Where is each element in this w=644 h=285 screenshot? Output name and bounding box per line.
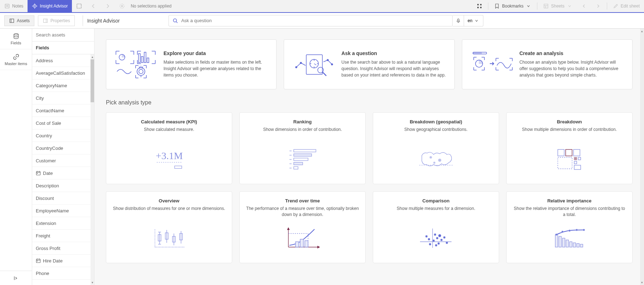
analysis-card-desc: Show multiple dimensions in order of con… — [513, 127, 626, 139]
svg-rect-14 — [480, 4, 482, 5]
assets-search[interactable] — [32, 29, 94, 41]
field-item[interactable]: Country — [32, 129, 94, 142]
analysis-card-illustration — [513, 143, 626, 175]
analysis-card-title: Calculated measure (KPI) — [113, 119, 225, 124]
svg-rect-41 — [138, 54, 140, 63]
field-item[interactable]: CountryCode — [32, 142, 94, 154]
ask-question-search[interactable] — [169, 15, 453, 26]
field-item[interactable]: City — [32, 92, 94, 104]
field-item[interactable]: Customer — [32, 154, 94, 167]
bookmarks-label: Bookmarks — [502, 4, 523, 9]
step-forward-button[interactable] — [101, 0, 115, 12]
field-item[interactable]: Cost of Sale — [32, 117, 94, 129]
field-item[interactable]: Hire Date — [32, 255, 94, 267]
field-item[interactable]: Discount — [32, 192, 94, 205]
field-item-label: Address — [36, 58, 53, 63]
grid-button[interactable] — [472, 0, 487, 12]
pencil-icon — [613, 3, 619, 9]
field-item[interactable]: Description — [32, 180, 94, 192]
analysis-type-card[interactable]: ComparisonShow multiple measures for a d… — [373, 191, 499, 263]
analysis-type-card[interactable]: BreakdownShow multiple dimensions in ord… — [506, 112, 633, 184]
step-back-button[interactable] — [86, 0, 101, 12]
properties-toggle[interactable]: Properties — [38, 15, 75, 26]
field-item-label: EmployeeName — [36, 208, 69, 213]
field-item[interactable]: CategoryName — [32, 79, 94, 92]
rail-collapse[interactable] — [0, 271, 32, 285]
rail-master-items[interactable]: Master items — [0, 49, 32, 70]
field-item[interactable]: EmployeeName — [32, 205, 94, 217]
bookmarks-button[interactable]: Bookmarks — [490, 0, 536, 12]
edit-sheet-button[interactable]: Edit sheet — [609, 0, 644, 12]
svg-rect-128 — [577, 244, 579, 247]
field-item[interactable]: Freight — [32, 230, 94, 242]
analysis-card-illustration — [246, 143, 359, 175]
analysis-type-card[interactable]: OverviewShow distribution of measures fo… — [106, 191, 232, 263]
notes-button[interactable]: Notes — [0, 0, 28, 12]
analysis-card-illustration — [380, 222, 492, 254]
svg-text:+3.1M: +3.1M — [156, 150, 183, 161]
promo-desc: Make selections in fields or master item… — [164, 59, 268, 78]
asset-rail: Fields Master items — [0, 29, 32, 285]
field-item-label: Phone — [36, 271, 49, 276]
svg-rect-88 — [574, 165, 581, 169]
analysis-card-desc: The performance of a measure over time, … — [246, 206, 359, 218]
app-toolbar: Notes Insight Advisor — [0, 0, 644, 13]
sheets-icon — [543, 3, 549, 9]
analysis-type-card[interactable]: RankingShow dimensions in order of contr… — [239, 112, 366, 184]
analysis-type-card[interactable]: Relative importanceShow the relative imp… — [506, 191, 633, 263]
svg-rect-26 — [458, 19, 459, 21]
analysis-type-card[interactable]: Trend over timeThe performance of a meas… — [239, 191, 366, 263]
page-title: Insight Advisor — [83, 15, 120, 26]
field-list-scrollbar[interactable]: ▴ ▾ — [91, 54, 94, 285]
step-forward-icon — [105, 3, 111, 9]
promo-card: Ask a questionUse the search bar above t… — [284, 39, 454, 89]
svg-rect-82 — [566, 149, 572, 156]
svg-rect-83 — [574, 149, 580, 156]
svg-rect-123 — [559, 236, 561, 247]
rail-fields[interactable]: Fields — [0, 29, 32, 49]
insight-label: Insight Advisor — [40, 4, 68, 9]
field-item[interactable]: Phone — [32, 267, 94, 280]
field-item-label: City — [36, 95, 44, 101]
field-item[interactable]: AverageCallSatisfaction — [32, 67, 94, 79]
content-scrollbar[interactable]: ▴ ▾ — [640, 29, 644, 285]
svg-point-134 — [583, 229, 585, 231]
panel-icon — [9, 18, 15, 24]
clear-selections-button[interactable] — [115, 0, 129, 12]
svg-rect-85 — [574, 157, 577, 160]
assets-search-input[interactable] — [36, 32, 91, 38]
field-item[interactable]: Gross Profit — [32, 242, 94, 255]
language-select[interactable]: en — [464, 15, 483, 26]
voice-input-button[interactable] — [453, 15, 464, 26]
insight-advisor-button[interactable]: Insight Advisor — [28, 0, 72, 12]
svg-rect-62 — [473, 52, 482, 54]
svg-rect-9 — [77, 4, 81, 8]
field-item[interactable]: Extension — [32, 217, 94, 230]
field-item[interactable]: Date — [32, 167, 94, 180]
next-sheet-button[interactable] — [591, 0, 605, 12]
ask-question-input[interactable] — [178, 18, 449, 23]
svg-rect-39 — [37, 261, 38, 261]
assets-toggle[interactable]: Assets — [4, 15, 34, 26]
assets-panel: Fields ▴ ▾ AddressAverageCallSatisfactio… — [32, 29, 94, 285]
analysis-card-desc: Show calculated measure. — [113, 127, 225, 139]
field-item[interactable]: ContactName — [32, 104, 94, 117]
svg-rect-66 — [175, 166, 182, 168]
no-selections-text: No selections applied — [131, 4, 171, 9]
promo-illustration — [470, 48, 513, 80]
analysis-type-card[interactable]: Calculated measure (KPI)Show calculated … — [106, 112, 232, 184]
prev-sheet-button[interactable] — [577, 0, 591, 12]
svg-rect-20 — [10, 19, 14, 23]
analysis-type-card[interactable]: Breakdown (geospatial)Show geographical … — [373, 112, 499, 184]
svg-rect-49 — [306, 55, 322, 74]
analysis-card-desc: Show distribution of measures for one or… — [113, 206, 225, 218]
field-item-label: Country — [36, 133, 52, 138]
svg-point-131 — [562, 231, 563, 232]
chevron-down-icon — [567, 3, 572, 9]
insight-icon — [32, 3, 38, 9]
sheets-button[interactable]: Sheets — [539, 0, 576, 12]
analysis-card-illustration — [113, 222, 225, 254]
selections-tool-button[interactable] — [72, 0, 86, 12]
field-list[interactable]: ▴ ▾ AddressAverageCallSatisfactionCatego… — [32, 54, 94, 285]
field-item[interactable]: Address — [32, 54, 94, 67]
